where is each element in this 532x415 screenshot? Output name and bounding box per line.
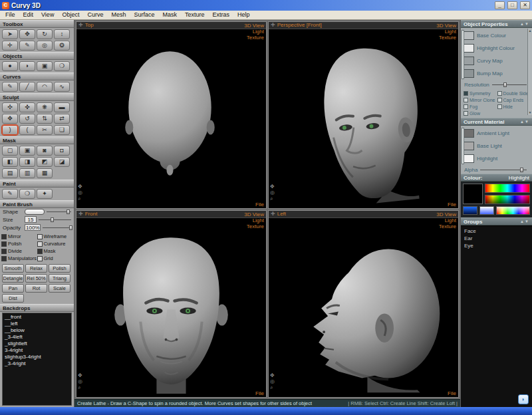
panel-scroll-arrows-icon[interactable]: ▲▼ <box>520 120 529 124</box>
mask-top-icon[interactable]: ◩ <box>37 157 53 167</box>
opacity-slider[interactable] <box>43 225 71 231</box>
orbit-view-icon[interactable]: ◎ <box>270 378 275 384</box>
select-tool-icon[interactable]: ➤ <box>2 29 18 39</box>
stamp-tool-icon[interactable]: ❏ <box>54 125 70 135</box>
pan-view-icon[interactable]: ✥ <box>78 184 82 190</box>
menu-curve[interactable]: Curve <box>83 11 107 19</box>
orbit-view-icon[interactable]: ◎ <box>78 190 82 196</box>
sphere-object-icon[interactable]: ● <box>2 61 18 71</box>
relax-button[interactable]: Relax <box>25 264 47 273</box>
colour-target-value[interactable]: Highlight <box>509 175 529 181</box>
hide-checkbox[interactable]: Hide <box>497 103 531 110</box>
colour-swatch[interactable] <box>464 44 474 53</box>
brush-shape-preview[interactable] <box>25 209 45 215</box>
object-properties-header[interactable]: Object Properties ▲▼ <box>461 20 532 28</box>
objects-section-header[interactable]: Objects <box>0 52 74 60</box>
viewport-mode-label[interactable]: Light <box>244 29 264 35</box>
highlight-row[interactable]: Highlight <box>464 152 527 165</box>
mask-grid-icon[interactable]: ▦ <box>37 168 53 178</box>
mask-fill-icon[interactable]: ▣ <box>19 146 35 156</box>
backdrop-item[interactable]: 3-4right <box>5 347 69 354</box>
scroll-down-icon[interactable]: ▼ <box>529 110 532 115</box>
zoom-view-icon[interactable]: ⌕ <box>78 196 82 202</box>
zoom-tool-icon[interactable]: ◎ <box>37 41 53 51</box>
title-bar[interactable]: C Curvy 3D _ □ ✕ <box>0 0 532 11</box>
blob-object-icon[interactable]: ❍ <box>54 61 70 71</box>
mask-right-icon[interactable]: ◨ <box>19 157 35 167</box>
smooth-sculpt-icon[interactable]: ❋ <box>37 102 53 112</box>
current-colour-swatch[interactable] <box>463 184 483 204</box>
viewport-left[interactable]: ✛ Left 3D ViewLightTexture <box>268 210 459 398</box>
detangle-button[interactable]: Detangle <box>2 274 24 283</box>
mask-invert-icon[interactable]: ◙ <box>37 146 53 156</box>
double-sided-checkbox[interactable]: Double Sided <box>497 90 531 96</box>
size-slider[interactable] <box>39 217 71 223</box>
twist-sculpt-icon[interactable]: ↺ <box>19 114 35 124</box>
scale-tool-icon[interactable]: ↕ <box>54 29 70 39</box>
slab-object-icon[interactable]: ▣ <box>37 61 53 71</box>
flatten-sculpt-icon[interactable]: ▬ <box>54 102 70 112</box>
orbit-view-icon[interactable]: ◎ <box>78 378 82 384</box>
viewport-file-label[interactable]: File <box>448 390 456 396</box>
groups-header[interactable]: Groups ▲▼ <box>461 217 532 225</box>
paint-brush-icon[interactable]: ✎ <box>2 189 18 199</box>
line-curve-icon[interactable]: ╱ <box>19 82 35 92</box>
viewport-canvas[interactable]: ✥ ◎ ⌕ File <box>269 218 458 397</box>
wireframe-checkbox[interactable]: Wireframe <box>37 233 73 240</box>
group-item[interactable]: Face <box>464 227 529 235</box>
viewport-mode-label[interactable]: Texture <box>436 35 456 41</box>
panel-scroll-arrows-icon[interactable]: ▲▼ <box>520 219 529 223</box>
backdrop-item[interactable]: _3-4right <box>5 360 69 367</box>
viewport-mode-label[interactable]: 3D View <box>244 23 264 29</box>
paint-star-icon[interactable]: ✦ <box>37 189 53 199</box>
tint-gradient[interactable] <box>496 206 530 215</box>
highlight-colour-row[interactable]: Highlight Colour <box>464 42 527 55</box>
backdrop-item[interactable]: _3-4left <box>5 334 69 341</box>
arc-curve-icon[interactable]: ◠ <box>37 82 53 92</box>
curvature-checkbox[interactable]: Curvature <box>37 240 73 247</box>
menu-surface[interactable]: Surface <box>130 11 158 19</box>
pan-view-icon[interactable]: ✥ <box>78 372 82 378</box>
close-button[interactable]: ✕ <box>520 1 530 9</box>
loft-tool-icon[interactable]: ( <box>19 125 35 135</box>
orbit-view-icon[interactable]: ◎ <box>270 190 275 196</box>
viewport-mode-label[interactable]: 3D View <box>436 23 456 29</box>
viewport-file-label[interactable]: File <box>448 202 456 208</box>
viewport-mode-label[interactable]: Texture <box>244 35 264 41</box>
viewport-canvas[interactable]: ✥ ◎ ⌕ File <box>76 29 266 208</box>
paint-section-header[interactable]: Paint <box>0 180 74 188</box>
size-value[interactable]: 15 <box>25 216 37 223</box>
colour-swatch[interactable] <box>464 57 474 65</box>
pan-tool-icon[interactable]: ✛ <box>2 41 18 51</box>
slider-thumb[interactable] <box>69 225 72 230</box>
mirror-checkbox[interactable]: Mirror <box>1 233 37 240</box>
grab-sculpt-icon[interactable]: ✥ <box>2 114 18 124</box>
polish-checkbox[interactable]: Polish <box>1 240 37 247</box>
colour-swatch[interactable] <box>464 154 474 163</box>
taskbar[interactable] <box>0 407 532 415</box>
viewport-split-icon[interactable]: ✛ <box>271 23 275 28</box>
pan-button[interactable]: Pan <box>2 284 24 293</box>
scroll-up-icon[interactable]: ▲ <box>529 29 532 33</box>
backdrop-item[interactable]: _slightleft <box>5 341 69 347</box>
mask-cols-icon[interactable]: ▥ <box>19 168 35 178</box>
viewport-mode-label[interactable]: Texture <box>244 223 264 229</box>
cut-tool-icon[interactable]: ✂ <box>37 125 53 135</box>
settings-tool-icon[interactable]: ❂ <box>54 41 70 51</box>
slider-thumb[interactable] <box>503 82 507 87</box>
shape-slider[interactable] <box>47 209 71 215</box>
opacity-value[interactable]: 100% <box>25 224 41 231</box>
colour-swatch[interactable] <box>464 142 474 150</box>
messenger-notification-icon[interactable]: ◗ <box>518 394 529 404</box>
slider-thumb[interactable] <box>51 217 54 222</box>
viewport-file-label[interactable]: File <box>255 202 264 208</box>
symmetry-checkbox[interactable]: Symmetry <box>464 90 497 96</box>
fog-checkbox[interactable]: Fog <box>464 103 497 110</box>
pinch-sculpt-icon[interactable]: ✜ <box>19 102 35 112</box>
slider-thumb[interactable] <box>520 168 523 172</box>
viewport-split-icon[interactable]: ✛ <box>78 211 83 217</box>
viewport-canvas[interactable]: ✥ ◎ ⌕ File <box>269 29 458 208</box>
hue-shade-gradient[interactable] <box>485 195 530 204</box>
mask-section-header[interactable]: Mask <box>0 136 74 144</box>
panel-scrollbar[interactable]: ▲ ▼ <box>527 29 532 115</box>
